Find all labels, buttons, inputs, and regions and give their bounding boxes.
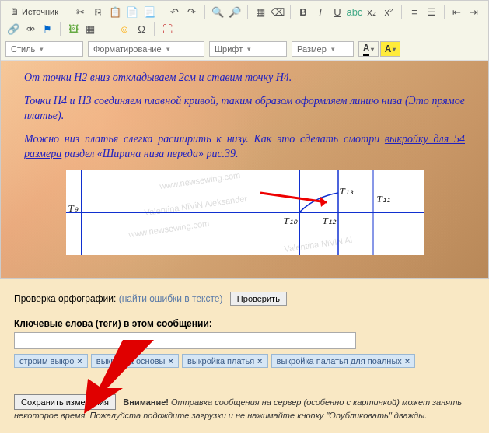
unlink-icon[interactable]: ⚮ xyxy=(23,21,38,37)
cut-icon[interactable]: ✂ xyxy=(73,4,89,19)
bullist-icon[interactable]: ☰ xyxy=(424,4,439,19)
diagram-label: T₉ xyxy=(68,202,78,215)
diagram-label: T₁₀ xyxy=(284,215,297,227)
bold-icon[interactable]: B xyxy=(295,4,311,19)
paste-icon[interactable]: 📋 xyxy=(107,4,123,19)
selectall-icon[interactable]: ▦ xyxy=(253,4,268,19)
text: раздел «Ширина низа переда» рис.39. xyxy=(61,148,238,159)
separator xyxy=(444,5,445,19)
replace-icon[interactable]: 🔎 xyxy=(227,4,243,19)
svg-marker-6 xyxy=(320,196,327,207)
bgcolor-button[interactable]: A xyxy=(380,41,400,57)
paragraph: Можно низ платья слегка расширить к низу… xyxy=(24,131,465,162)
spellcheck-row: Проверка орфографии: (найти ошибки в тек… xyxy=(14,292,475,306)
anchor-icon[interactable]: ⚑ xyxy=(40,21,55,37)
separator xyxy=(247,5,248,19)
separator xyxy=(154,22,155,36)
tag-text: выкройка палатья для поалных xyxy=(277,356,402,366)
separator xyxy=(162,5,162,19)
special-icon[interactable]: Ω xyxy=(134,21,149,37)
tag-remove-icon[interactable]: × xyxy=(257,356,262,366)
indent-icon[interactable]: ⇥ xyxy=(466,4,482,19)
separator xyxy=(60,22,61,36)
separator xyxy=(290,5,291,19)
annotation-arrow-icon xyxy=(53,332,162,418)
removefmt-icon[interactable]: ⌫ xyxy=(270,4,285,19)
font-dropdown[interactable]: Шрифт xyxy=(209,41,287,57)
tag-remove-icon[interactable]: × xyxy=(169,356,173,366)
maximize-icon[interactable]: ⛶ xyxy=(159,21,175,37)
svg-marker-7 xyxy=(84,340,154,414)
find-icon[interactable]: 🔍 xyxy=(210,4,225,19)
tag-text: выкройка платья xyxy=(187,356,254,366)
outdent-icon[interactable]: ⇤ xyxy=(449,4,465,19)
separator xyxy=(204,5,205,19)
smiley-icon[interactable]: ☺ xyxy=(117,21,132,37)
editor-content[interactable]: От точки Н2 вниз откладываем 2см и стави… xyxy=(1,61,488,278)
check-button[interactable]: Проверить xyxy=(230,292,287,306)
undo-icon[interactable]: ↶ xyxy=(167,4,183,19)
diagram-label: T₁₂ xyxy=(323,215,336,227)
underline-icon[interactable]: U xyxy=(330,4,345,19)
svg-line-5 xyxy=(260,193,327,202)
textcolor-button[interactable]: A xyxy=(358,41,379,57)
paragraph: Точки Н4 и Н3 соединяем плавной кривой, … xyxy=(24,93,465,124)
separator xyxy=(68,5,68,19)
diagram-label: T₁₃ xyxy=(340,185,353,198)
copy-icon[interactable]: ⎘ xyxy=(90,4,106,19)
hr-icon[interactable]: — xyxy=(100,21,115,37)
strike-icon[interactable]: abc xyxy=(347,4,362,19)
separator xyxy=(401,5,402,19)
source-button[interactable]: Источник xyxy=(5,4,63,19)
link-icon[interactable]: 🔗 xyxy=(5,21,21,37)
text: Можно низ платья слегка расширить к низу… xyxy=(24,133,385,145)
paste-word-icon[interactable]: 📃 xyxy=(141,4,157,19)
superscript-icon[interactable]: x² xyxy=(381,4,396,19)
spellcheck-link[interactable]: (найти ошибки в тексте) xyxy=(119,293,223,304)
diagram-label: T₁₁ xyxy=(377,193,390,205)
format-dropdown[interactable]: Форматирование xyxy=(88,41,204,57)
numlist-icon[interactable]: ≡ xyxy=(407,4,422,19)
style-dropdown[interactable]: Стиль xyxy=(5,41,83,57)
paste-text-icon[interactable]: 📄 xyxy=(124,4,140,19)
redo-icon[interactable]: ↷ xyxy=(184,4,200,19)
tag-remove-icon[interactable]: × xyxy=(405,356,410,366)
table-icon[interactable]: ▦ xyxy=(82,21,98,37)
image-icon[interactable]: 🖼 xyxy=(65,21,81,37)
spellcheck-label: Проверка орфографии: xyxy=(14,293,119,304)
tag-item[interactable]: выкройка платья× xyxy=(182,354,268,368)
italic-icon[interactable]: I xyxy=(313,4,328,19)
subscript-icon[interactable]: x₂ xyxy=(364,4,379,19)
tag-item[interactable]: выкройка палатья для поалных× xyxy=(271,354,416,368)
tags-label: Ключевые слова (теги) в этом сообщении: xyxy=(14,318,475,329)
diagram-image: www.newsewing.com Valentina NiViN Aleksa… xyxy=(66,170,424,255)
paragraph: От точки Н2 вниз откладываем 2см и стави… xyxy=(24,70,465,86)
size-dropdown[interactable]: Размер xyxy=(292,41,354,57)
